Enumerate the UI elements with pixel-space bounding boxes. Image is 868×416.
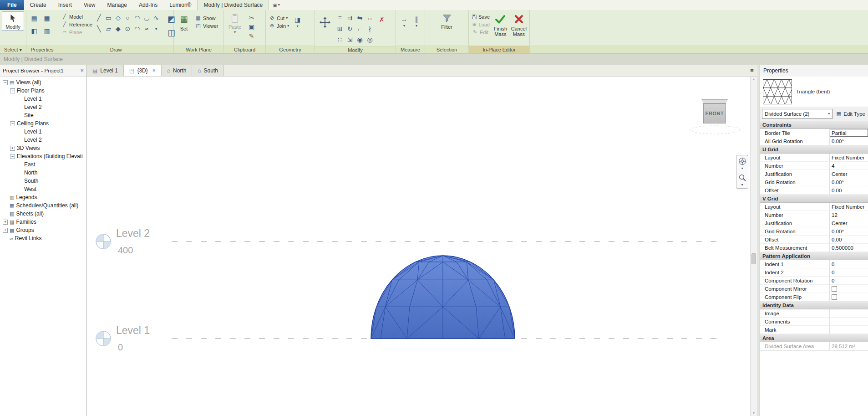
level-name-text[interactable]: Level 1 [116, 324, 150, 336]
paste-button[interactable]: Paste ▾ [226, 11, 244, 35]
save-button[interactable]: Save [471, 13, 491, 21]
inscribed-polygon-icon[interactable]: ◆ [113, 24, 123, 33]
tree-item-3d-views[interactable]: +3D Views [0, 144, 86, 152]
set-work-plane-button[interactable]: ▦ Set [176, 11, 192, 32]
ribbon-tab-add-ins[interactable]: Add-Ins [133, 0, 163, 10]
tree-item-revit-links[interactable]: ∞Revit Links [0, 234, 86, 242]
tree-item-sheets-all[interactable]: ▧Sheets (all) [0, 210, 86, 218]
expand-icon[interactable]: + [3, 220, 8, 225]
measure-button[interactable]: ↔ ▾ [400, 15, 409, 28]
steering-wheel-icon[interactable] [738, 157, 746, 165]
scroll-up-icon[interactable]: ▴ [753, 77, 755, 82]
show-work-plane-button[interactable]: ▦Show [194, 14, 219, 22]
rotate-icon[interactable]: ↻ [345, 24, 355, 33]
vertical-scrollbar[interactable]: ▴ ▾ [750, 77, 757, 416]
tree-item-level-2[interactable]: Level 2 [0, 103, 86, 111]
align-icon[interactable]: ≡ [335, 13, 345, 22]
level-elevation-text[interactable]: 400 [118, 245, 133, 255]
view-cube-compass[interactable] [688, 125, 742, 138]
view-cube[interactable]: FRONT [688, 98, 742, 139]
level-name-text[interactable]: Level 2 [116, 227, 150, 239]
view-tab-3d[interactable]: ◳{3D}× [124, 65, 162, 76]
tree-item-views-all[interactable]: −▤Views (all) [0, 78, 86, 87]
family-category-icon[interactable]: ◧ [30, 26, 39, 36]
property-value-comments[interactable] [830, 318, 868, 326]
tree-item-legends[interactable]: ▥Legends [0, 193, 86, 201]
property-group-constraints[interactable]: Constraints [760, 121, 868, 129]
property-group-identity-data[interactable]: Identity Data [760, 301, 868, 309]
ribbon-tab-file[interactable]: File [0, 0, 24, 10]
property-value-grid-rotation[interactable]: 0.00° [830, 178, 868, 186]
property-value-layout[interactable]: Fixed Number [830, 154, 868, 162]
mirror-icon[interactable]: ⇋ [355, 13, 365, 22]
cut-icon[interactable]: ✂ [247, 13, 256, 22]
ellipse-icon[interactable]: ⊙ [123, 24, 132, 33]
array-icon[interactable]: ∷ [335, 35, 345, 44]
tree-item-level-1[interactable]: Level 1 [0, 95, 86, 103]
copy-element-icon[interactable]: ⊞ [335, 24, 345, 33]
collapse-icon[interactable]: − [10, 154, 15, 159]
collapse-icon[interactable]: − [10, 88, 15, 93]
close-view-icon[interactable]: × [152, 67, 156, 74]
property-value-component-rotation[interactable]: 0 [830, 277, 868, 285]
expand-icon[interactable]: + [10, 146, 15, 151]
finish-mass-button[interactable]: Finish Mass [492, 11, 508, 38]
properties-palette-icon[interactable]: ▤ [30, 14, 39, 23]
viewer-button[interactable]: ◰Viewer [194, 22, 219, 30]
property-value-indent-2[interactable]: 0 [830, 268, 868, 277]
property-group-pattern-application[interactable]: Pattern Application [760, 252, 868, 260]
ribbon-tab-lumion[interactable]: Lumion® [163, 0, 197, 10]
join-geometry-button[interactable]: ⊕Join▾ [268, 22, 290, 30]
ribbon-tab-view[interactable]: View [78, 0, 102, 10]
property-group-u-grid[interactable]: U Grid [760, 145, 868, 154]
fillet-arc-icon[interactable]: ◠ [132, 24, 142, 33]
circle-icon[interactable]: ○ [123, 13, 132, 22]
edit-button[interactable]: ✎Edit [471, 28, 491, 36]
property-value-grid-rotation[interactable]: 0.00° [830, 227, 868, 236]
checkbox[interactable] [832, 294, 837, 300]
ribbon-tab-manage[interactable]: Manage [102, 0, 133, 10]
tree-item-families[interactable]: +▨Families [0, 218, 86, 226]
property-value-image[interactable] [830, 309, 868, 318]
level-elevation-text[interactable]: 0 [118, 342, 123, 352]
edit-type-button[interactable]: ▦ Edit Type [834, 108, 866, 119]
load-button[interactable]: ⊞Load [471, 21, 491, 28]
modify-button[interactable]: Modify [2, 11, 24, 31]
property-value-component-mirror[interactable] [830, 285, 868, 293]
move-small-icon[interactable]: ↔ [365, 13, 375, 22]
reference-line-button[interactable]: ╱Reference [60, 21, 93, 28]
property-value-all-grid-rotation[interactable]: 0.00° [830, 137, 868, 145]
family-types-icon[interactable]: ▦ [42, 14, 52, 23]
dropdown-caret-icon[interactable]: ▾ [741, 167, 743, 170]
visibility-icon[interactable]: ▥ [42, 26, 52, 36]
property-value-layout[interactable]: Fixed Number [830, 203, 868, 211]
tree-item-site[interactable]: Site [0, 111, 86, 119]
point-element-icon[interactable]: • [152, 24, 161, 33]
scale-icon[interactable]: ⇲ [345, 35, 355, 44]
collapse-icon[interactable]: − [10, 121, 15, 126]
cut-geometry-button[interactable]: ⊘Cut▾ [268, 14, 290, 22]
filter-button[interactable]: Filter [436, 11, 458, 31]
zoom-icon[interactable] [738, 174, 746, 182]
property-value-indent-1[interactable]: 0 [830, 260, 868, 268]
tree-item-groups[interactable]: +▩Groups [0, 226, 86, 234]
property-value-component-flip[interactable] [830, 293, 868, 301]
ribbon-display-toggle[interactable]: ▣▾ [269, 0, 283, 10]
property-group-area[interactable]: Area [760, 334, 868, 342]
ribbon-tab-modify-divided-surface[interactable]: Modify | Divided Surface [197, 0, 269, 10]
property-value-border-tile[interactable]: Partial [830, 129, 868, 137]
view-cube-top-face[interactable] [701, 99, 728, 103]
view-tab-south[interactable]: ⌂South [192, 65, 224, 76]
tree-item-level-1[interactable]: Level 1 [0, 128, 86, 136]
rectangle-icon[interactable]: ▭ [104, 13, 113, 22]
property-value-offset[interactable]: 0.00 [830, 186, 868, 195]
polygon-icon[interactable]: ◇ [113, 13, 123, 22]
tree-item-level-2[interactable]: Level 2 [0, 136, 86, 144]
model-line-button[interactable]: ╱Model [60, 13, 93, 21]
unpin-icon[interactable]: ◎ [365, 35, 375, 44]
tree-item-east[interactable]: East [0, 160, 86, 169]
plane-button[interactable]: ▱Plane [60, 28, 93, 36]
scrollbar-thumb[interactable] [751, 253, 756, 264]
line-icon[interactable]: ╱ [94, 13, 104, 22]
offset-icon[interactable]: ⇉ [345, 13, 355, 22]
